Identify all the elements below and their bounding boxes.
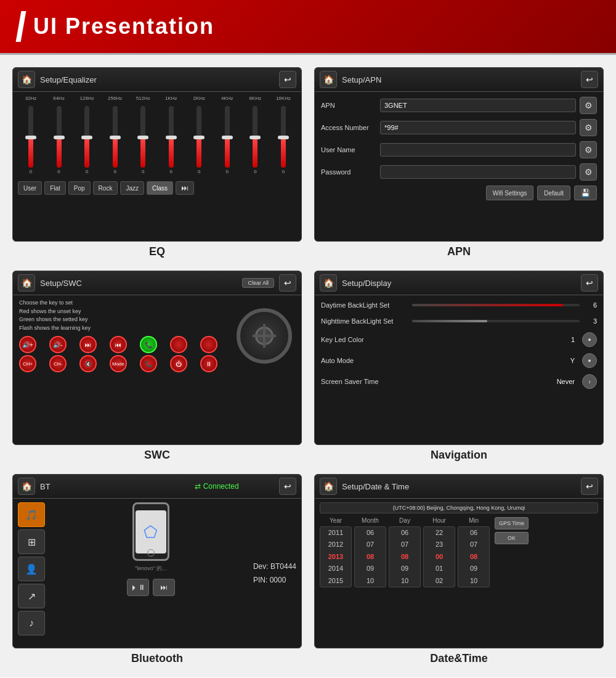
swc-btn-vol-down[interactable]: 🔊- [49,336,67,353]
apn-gear-username[interactable]: ⚙ [580,141,597,158]
eq-bar-8[interactable]: 0 [242,104,268,178]
apn-input-access[interactable] [380,121,576,134]
bt-back-button[interactable]: ↩ [279,478,296,495]
eq-back-button[interactable]: ↩ [279,71,296,88]
eq-bar-0[interactable]: 0 [18,104,44,178]
eq-freq-8k: 8KHz [242,96,268,101]
display-automode-button[interactable]: ● [582,353,597,368]
swc-btn-hang[interactable]: 📞 [140,355,157,372]
dt-year-2011: 2011 [320,527,351,539]
apn-back-button[interactable]: ↩ [581,71,598,88]
apn-panel: 🏠 Setup/APN ↩ APN ⚙ Access Number ⚙ User… [314,67,604,242]
swc-btn-call[interactable]: 📞 [140,336,157,353]
apn-panel-wrapper: 🏠 Setup/APN ↩ APN ⚙ Access Number ⚙ User… [314,67,604,258]
bt-main: ⬠ "lenovo" 的... ⏵⏸ ⏭ [52,502,249,643]
display-value-keyled: 1 [571,336,575,343]
eq-preset-jazz[interactable]: Jazz [120,181,144,195]
swc-btn-next[interactable]: ⏭ [79,336,97,353]
apn-gear-password[interactable]: ⚙ [580,163,597,181]
eq-preset-user[interactable]: User [18,181,42,195]
dt-ok-button[interactable]: OK [495,532,529,544]
swc-instructions: Choose the key to set Red shows the unse… [19,299,229,332]
apn-gear-apn[interactable]: ⚙ [580,97,597,114]
eq-panel-header: 🏠 Setup/Equalizer ↩ [13,68,301,92]
swc-btn-prev[interactable]: ⏮ [110,336,127,353]
bt-ctrl-disconnect[interactable]: ⏭ [153,579,175,596]
bt-sidebar-contact[interactable]: 👤 [18,557,45,581]
eq-bar-7[interactable]: 0 [214,104,240,178]
apn-input-apn[interactable] [380,99,576,112]
eq-panel: 🏠 Setup/Equalizer ↩ 32Hz 64Hz 128Hz 256H… [12,67,302,242]
swc-btn-mute[interactable]: 🔇 [79,355,97,372]
swc-btn-7[interactable] [200,336,217,353]
apn-home-button[interactable]: 🏠 [320,71,337,88]
eq-preset-pop[interactable]: Pop [68,181,91,195]
swc-btn-ch-up[interactable]: CH+ [19,355,36,372]
dt-gps-time-button[interactable]: GPS Time [495,517,529,529]
display-slider-nighttime[interactable] [412,316,580,326]
apn-row-apn: APN ⚙ [321,97,597,114]
dt-month-06a: 06 [355,527,386,539]
swc-right [233,299,295,372]
main-grid: 🏠 Setup/Equalizer ↩ 32Hz 64Hz 128Hz 256H… [0,55,616,677]
swc-body: Choose the key to set Red shows the unse… [13,295,301,376]
dt-body-hour[interactable]: 22 23 00 01 02 [423,526,455,587]
apn-label: APN [447,245,471,258]
eq-bar-4[interactable]: 0 [130,104,156,178]
dt-body-year[interactable]: 2011 2012 2013 2014 2015 [320,526,352,587]
display-back-button[interactable]: ↩ [581,274,598,292]
display-home-button[interactable]: 🏠 [320,274,337,292]
dt-body-day[interactable]: 06 07 08 09 10 [389,526,421,587]
eq-bar-3[interactable]: 0 [102,104,128,178]
eq-home-button[interactable]: 🏠 [18,71,35,88]
swc-home-button[interactable]: 🏠 [18,274,35,292]
display-slider-daytime[interactable] [412,300,580,310]
dt-back-button[interactable]: ↩ [581,478,598,495]
dt-home-button[interactable]: 🏠 [320,478,337,495]
bt-home-button[interactable]: 🏠 [18,478,35,495]
dt-hour-22: 22 [424,527,455,539]
dt-hour-23: 23 [424,539,455,550]
display-screensaver-button[interactable]: › [582,374,597,389]
eq-bar-6[interactable]: 0 [186,104,212,178]
dt-body-min[interactable]: 06 07 08 09 10 [458,526,490,587]
apn-gear-access[interactable]: ⚙ [580,119,597,136]
bt-sidebar-grid[interactable]: ⊞ [18,529,45,554]
dt-body-month[interactable]: 06 07 08 09 10 [354,526,386,587]
dt-header-day: Day [399,517,410,524]
bt-sidebar-music[interactable]: 🎵 [18,502,45,527]
eq-preset-rock[interactable]: Rock [93,181,118,195]
eq-bar-2[interactable]: 0 [74,104,100,178]
dt-panel-title: Setup/Date & Time [342,482,576,491]
apn-wifi-settings-button[interactable]: Wifi Settings [486,186,534,200]
swc-btn-ch-down[interactable]: CH- [49,355,67,372]
swc-back-button[interactable]: ↩ [279,274,296,292]
swc-btn-mode[interactable]: Mode [110,355,127,372]
eq-preset-flat[interactable]: Flat [44,181,66,195]
swc-btn-pause[interactable]: ⏸ [200,355,217,372]
swc-clear-button[interactable]: Clear All [242,278,274,288]
bt-sidebar-note[interactable]: ♪ [18,611,45,635]
bt-sidebar-share[interactable]: ↗ [18,584,45,608]
swc-btn-6[interactable] [170,336,187,353]
swc-btn-power[interactable]: ⏻ [170,355,187,372]
apn-input-username[interactable] [380,143,576,157]
apn-default-button[interactable]: Default [537,186,570,200]
display-keyled-button[interactable]: ● [582,332,597,347]
eq-preset-class[interactable]: Class [147,181,173,195]
sw-spoke-v [263,324,265,348]
eq-freq-64: 64Hz [46,96,72,101]
swc-btn-vol-up[interactable]: 🔊+ [19,336,36,353]
apn-save-button[interactable]: 💾 [574,186,597,200]
display-panel: 🏠 Setup/Display ↩ Daytime BackLight Set … [314,271,604,445]
eq-bar-9[interactable]: 0 [270,104,296,178]
bt-ctrl-connect[interactable]: ⏵⏸ [127,579,149,596]
bt-panel: 🏠 BT ⇄ Connected ↩ 🎵 ⊞ 👤 ↗ ♪ ⬠ [12,474,302,648]
bt-phone-icon: ⬠ [132,502,169,561]
eq-next-button[interactable]: ⏭ [176,181,194,195]
apn-input-password[interactable] [380,165,576,179]
dt-month-10a: 10 [355,575,386,587]
eq-bar-1[interactable]: 0 [46,104,72,178]
bt-label: Bluetooth [131,652,183,665]
eq-bar-5[interactable]: 0 [158,104,184,178]
